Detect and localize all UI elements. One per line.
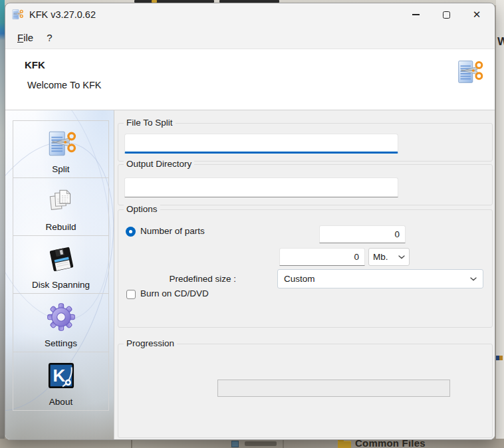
predefined-size-combobox[interactable]: Custom bbox=[277, 269, 483, 288]
maximize-icon bbox=[443, 11, 450, 19]
background-file-icon bbox=[231, 441, 239, 447]
close-button[interactable]: ✕ bbox=[461, 3, 492, 26]
menubar: File ? bbox=[5, 26, 495, 49]
burn-cd-dvd-checkbox[interactable] bbox=[126, 290, 136, 299]
sidebar-item-label: Disk Spanning bbox=[32, 280, 90, 290]
split-icon bbox=[45, 128, 78, 161]
group-legend: Progression bbox=[124, 338, 177, 348]
main-panel: File To Split Output Directory Options N… bbox=[114, 110, 495, 440]
sidebar-item-disk-spanning[interactable]: Disk Spanning bbox=[13, 235, 109, 294]
sidebar-item-split[interactable]: Split bbox=[13, 120, 109, 178]
rebuild-icon bbox=[45, 185, 78, 218]
kfk-logo-icon bbox=[453, 57, 485, 88]
part-size-input[interactable] bbox=[279, 248, 365, 266]
screen: W Common Files KFK v3.27.0.62 ✕ File ? K… bbox=[0, 0, 504, 448]
predefined-size-value: Custom bbox=[284, 274, 470, 284]
group-legend: Options bbox=[124, 204, 160, 214]
disk-spanning-icon bbox=[45, 243, 78, 276]
header-welcome-text: Welcome To KFK bbox=[27, 80, 101, 90]
sidebar-item-about[interactable]: About bbox=[13, 352, 109, 411]
sidebar-item-label: Settings bbox=[45, 338, 77, 348]
maximize-button[interactable] bbox=[431, 3, 461, 26]
background-folder-label: Common Files bbox=[355, 439, 426, 448]
group-legend: Output Directory bbox=[124, 159, 194, 169]
burn-cd-dvd-label: Burn on CD/DVD bbox=[140, 288, 209, 298]
group-legend: File To Split bbox=[124, 118, 176, 128]
number-of-parts-radio[interactable] bbox=[126, 227, 136, 237]
minimize-icon bbox=[412, 14, 420, 15]
number-of-parts-input[interactable] bbox=[319, 225, 406, 243]
sidebar: Split Rebuild Disk Spanning Settings Abo… bbox=[5, 110, 114, 440]
number-of-parts-label: Number of parts bbox=[140, 226, 205, 236]
about-logo-icon bbox=[45, 359, 78, 392]
group-options: Options Number of parts Mb. Predefined s… bbox=[118, 209, 493, 328]
close-icon: ✕ bbox=[473, 10, 481, 20]
settings-gear-icon bbox=[45, 300, 78, 334]
predefined-size-label: Predefined size : bbox=[155, 274, 236, 284]
group-output-directory: Output Directory bbox=[118, 164, 493, 205]
output-directory-input[interactable] bbox=[124, 177, 398, 197]
desktop-background-bottom: Common Files bbox=[0, 439, 504, 448]
sidebar-item-label: Split bbox=[52, 164, 69, 174]
header-band: KFK Welcome To KFK bbox=[5, 49, 495, 110]
app-window: KFK v3.27.0.62 ✕ File ? KFK Welcome To K… bbox=[5, 3, 495, 440]
progress-bar bbox=[217, 380, 450, 397]
chevron-down-icon bbox=[470, 277, 477, 281]
desktop-background-left bbox=[0, 0, 5, 448]
minimize-button[interactable] bbox=[400, 3, 431, 26]
header-app-name: KFK bbox=[25, 59, 45, 70]
chevron-down-icon bbox=[398, 255, 405, 259]
sidebar-item-settings[interactable]: Settings bbox=[13, 293, 109, 352]
sidebar-item-label: Rebuild bbox=[46, 222, 76, 232]
group-progression: Progression bbox=[118, 344, 493, 438]
titlebar[interactable]: KFK v3.27.0.62 ✕ bbox=[5, 3, 495, 26]
content-area: Split Rebuild Disk Spanning Settings Abo… bbox=[5, 110, 495, 440]
menu-help[interactable]: ? bbox=[40, 29, 59, 46]
app-icon bbox=[11, 8, 24, 21]
sidebar-item-rebuild[interactable]: Rebuild bbox=[13, 177, 109, 236]
background-text-fragment: W bbox=[497, 35, 504, 49]
menu-file[interactable]: File bbox=[11, 29, 40, 46]
desktop-background-right: W bbox=[496, 0, 504, 448]
size-unit-dropdown[interactable]: Mb. bbox=[368, 248, 410, 266]
window-title: KFK v3.27.0.62 bbox=[29, 9, 96, 20]
group-file-to-split: File To Split bbox=[118, 123, 493, 162]
folder-icon bbox=[338, 441, 351, 448]
file-to-split-input[interactable] bbox=[124, 134, 398, 154]
sidebar-item-label: About bbox=[49, 397, 72, 407]
size-unit-value: Mb. bbox=[373, 252, 398, 262]
